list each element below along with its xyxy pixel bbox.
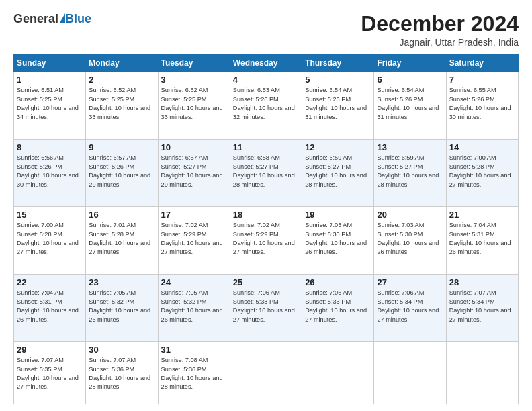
- table-row: [446, 342, 518, 404]
- day-info: Sunrise: 7:06 AMSunset: 5:33 PMDaylight:…: [233, 289, 299, 324]
- table-row: 1Sunrise: 6:51 AMSunset: 5:25 PMDaylight…: [14, 72, 86, 140]
- day-info: Sunrise: 7:02 AMSunset: 5:29 PMDaylight:…: [233, 221, 299, 257]
- table-row: 4Sunrise: 6:53 AMSunset: 5:26 PMDaylight…: [230, 72, 302, 140]
- day-number: 6: [377, 75, 443, 85]
- day-number: 1: [17, 75, 83, 85]
- month-title: December 2024: [361, 12, 519, 36]
- page: General Blue December 2024 Jagnair, Utta…: [0, 0, 532, 411]
- day-number: 11: [233, 142, 299, 152]
- day-number: 27: [377, 277, 443, 287]
- table-row: 13Sunrise: 6:59 AMSunset: 5:27 PMDayligh…: [374, 139, 446, 207]
- day-number: 19: [305, 210, 371, 220]
- table-row: 15Sunrise: 7:00 AMSunset: 5:28 PMDayligh…: [14, 207, 86, 275]
- day-info: Sunrise: 6:59 AMSunset: 5:27 PMDaylight:…: [305, 154, 371, 189]
- table-row: 26Sunrise: 7:06 AMSunset: 5:33 PMDayligh…: [302, 274, 374, 342]
- table-row: 3Sunrise: 6:52 AMSunset: 5:25 PMDaylight…: [158, 72, 230, 140]
- day-number: 13: [377, 142, 443, 152]
- table-row: 20Sunrise: 7:03 AMSunset: 5:30 PMDayligh…: [374, 207, 446, 275]
- location: Jagnair, Uttar Pradesh, India: [361, 37, 519, 48]
- day-info: Sunrise: 6:52 AMSunset: 5:25 PMDaylight:…: [89, 86, 154, 122]
- calendar-header-row: Sunday Monday Tuesday Wednesday Thursday…: [14, 55, 519, 72]
- day-number: 4: [233, 75, 299, 85]
- day-info: Sunrise: 7:00 AMSunset: 5:28 PMDaylight:…: [17, 221, 83, 257]
- day-number: 9: [89, 142, 154, 152]
- day-number: 29: [17, 345, 83, 355]
- table-row: 25Sunrise: 7:06 AMSunset: 5:33 PMDayligh…: [230, 274, 302, 342]
- day-info: Sunrise: 6:54 AMSunset: 5:26 PMDaylight:…: [377, 86, 443, 122]
- table-row: 22Sunrise: 7:04 AMSunset: 5:31 PMDayligh…: [14, 274, 86, 342]
- day-info: Sunrise: 7:05 AMSunset: 5:32 PMDaylight:…: [161, 289, 227, 324]
- day-number: 15: [17, 210, 83, 220]
- logo-general-text: General: [13, 12, 58, 26]
- calendar-week-row: 1Sunrise: 6:51 AMSunset: 5:25 PMDaylight…: [14, 72, 519, 140]
- day-number: 21: [449, 210, 515, 220]
- table-row: 31Sunrise: 7:08 AMSunset: 5:36 PMDayligh…: [158, 342, 230, 404]
- day-info: Sunrise: 6:54 AMSunset: 5:26 PMDaylight:…: [305, 86, 371, 122]
- day-info: Sunrise: 7:04 AMSunset: 5:31 PMDaylight:…: [17, 289, 83, 324]
- day-info: Sunrise: 7:01 AMSunset: 5:28 PMDaylight:…: [89, 221, 154, 257]
- table-row: 14Sunrise: 7:00 AMSunset: 5:28 PMDayligh…: [446, 139, 518, 207]
- calendar-table: Sunday Monday Tuesday Wednesday Thursday…: [13, 54, 519, 404]
- day-info: Sunrise: 6:58 AMSunset: 5:27 PMDaylight:…: [233, 154, 299, 189]
- day-number: 3: [161, 75, 227, 85]
- day-number: 18: [233, 210, 299, 220]
- table-row: 12Sunrise: 6:59 AMSunset: 5:27 PMDayligh…: [302, 139, 374, 207]
- day-info: Sunrise: 7:07 AMSunset: 5:34 PMDaylight:…: [449, 289, 515, 324]
- col-tuesday: Tuesday: [158, 55, 230, 72]
- day-info: Sunrise: 7:06 AMSunset: 5:34 PMDaylight:…: [377, 289, 443, 324]
- table-row: 19Sunrise: 7:03 AMSunset: 5:30 PMDayligh…: [302, 207, 374, 275]
- day-info: Sunrise: 6:51 AMSunset: 5:25 PMDaylight:…: [17, 86, 83, 122]
- table-row: 6Sunrise: 6:54 AMSunset: 5:26 PMDaylight…: [374, 72, 446, 140]
- table-row: 11Sunrise: 6:58 AMSunset: 5:27 PMDayligh…: [230, 139, 302, 207]
- logo: General Blue: [13, 12, 91, 26]
- table-row: [230, 342, 302, 404]
- day-number: 8: [17, 142, 83, 152]
- day-number: 17: [161, 210, 227, 220]
- col-wednesday: Wednesday: [230, 55, 302, 72]
- table-row: [374, 342, 446, 404]
- day-info: Sunrise: 6:52 AMSunset: 5:25 PMDaylight:…: [161, 86, 227, 122]
- logo-arrow-icon: [60, 13, 65, 23]
- day-number: 25: [233, 277, 299, 287]
- table-row: 30Sunrise: 7:07 AMSunset: 5:36 PMDayligh…: [86, 342, 158, 404]
- col-monday: Monday: [86, 55, 158, 72]
- day-info: Sunrise: 7:02 AMSunset: 5:29 PMDaylight:…: [161, 221, 227, 257]
- table-row: 7Sunrise: 6:55 AMSunset: 5:26 PMDaylight…: [446, 72, 518, 140]
- table-row: 2Sunrise: 6:52 AMSunset: 5:25 PMDaylight…: [86, 72, 158, 140]
- day-info: Sunrise: 6:59 AMSunset: 5:27 PMDaylight:…: [377, 154, 443, 189]
- title-block: December 2024 Jagnair, Uttar Pradesh, In…: [361, 12, 519, 48]
- day-info: Sunrise: 7:06 AMSunset: 5:33 PMDaylight:…: [305, 289, 371, 324]
- day-number: 5: [305, 75, 371, 85]
- day-info: Sunrise: 7:08 AMSunset: 5:36 PMDaylight:…: [161, 356, 227, 392]
- day-number: 26: [305, 277, 371, 287]
- day-info: Sunrise: 6:53 AMSunset: 5:26 PMDaylight:…: [233, 86, 299, 122]
- table-row: 27Sunrise: 7:06 AMSunset: 5:34 PMDayligh…: [374, 274, 446, 342]
- day-info: Sunrise: 7:05 AMSunset: 5:32 PMDaylight:…: [89, 289, 154, 324]
- day-number: 31: [161, 345, 227, 355]
- table-row: 23Sunrise: 7:05 AMSunset: 5:32 PMDayligh…: [86, 274, 158, 342]
- day-number: 24: [161, 277, 227, 287]
- table-row: 24Sunrise: 7:05 AMSunset: 5:32 PMDayligh…: [158, 274, 230, 342]
- table-row: [302, 342, 374, 404]
- day-number: 28: [449, 277, 515, 287]
- table-row: 9Sunrise: 6:57 AMSunset: 5:26 PMDaylight…: [86, 139, 158, 207]
- day-info: Sunrise: 6:57 AMSunset: 5:27 PMDaylight:…: [161, 154, 227, 189]
- day-info: Sunrise: 7:03 AMSunset: 5:30 PMDaylight:…: [305, 221, 371, 257]
- day-info: Sunrise: 7:03 AMSunset: 5:30 PMDaylight:…: [377, 221, 443, 257]
- day-number: 30: [89, 345, 154, 355]
- day-number: 16: [89, 210, 154, 220]
- col-friday: Friday: [374, 55, 446, 72]
- calendar-week-row: 8Sunrise: 6:56 AMSunset: 5:26 PMDaylight…: [14, 139, 519, 207]
- day-number: 10: [161, 142, 227, 152]
- day-number: 22: [17, 277, 83, 287]
- day-number: 2: [89, 75, 154, 85]
- col-saturday: Saturday: [446, 55, 518, 72]
- calendar-week-row: 15Sunrise: 7:00 AMSunset: 5:28 PMDayligh…: [14, 207, 519, 275]
- table-row: 8Sunrise: 6:56 AMSunset: 5:26 PMDaylight…: [14, 139, 86, 207]
- col-thursday: Thursday: [302, 55, 374, 72]
- calendar-week-row: 29Sunrise: 7:07 AMSunset: 5:35 PMDayligh…: [14, 342, 519, 404]
- day-info: Sunrise: 7:00 AMSunset: 5:28 PMDaylight:…: [449, 154, 515, 189]
- day-number: 23: [89, 277, 154, 287]
- header: General Blue December 2024 Jagnair, Utta…: [13, 12, 519, 48]
- calendar-week-row: 22Sunrise: 7:04 AMSunset: 5:31 PMDayligh…: [14, 274, 519, 342]
